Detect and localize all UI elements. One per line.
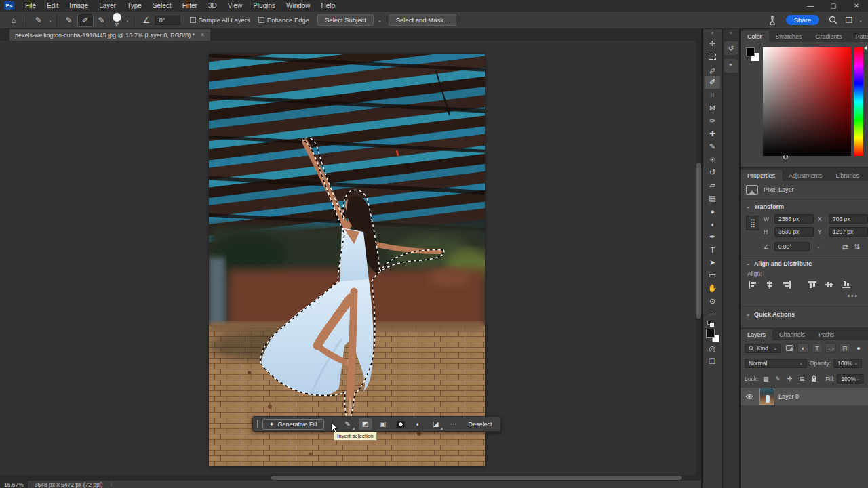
flip-vertical-icon[interactable]: ⇅ bbox=[854, 243, 860, 251]
workspace-switcher-icon[interactable]: ❒ bbox=[841, 14, 857, 27]
fill-selection-icon[interactable]: ◪◢ bbox=[429, 418, 443, 430]
layer-filter-toggle[interactable]: ● bbox=[853, 343, 864, 353]
lock-transparent-pixels-icon[interactable]: ▦ bbox=[761, 373, 770, 384]
width-input[interactable]: 2386 px bbox=[774, 214, 814, 224]
color-panel-swatches[interactable] bbox=[746, 47, 760, 61]
horizontal-scrollbar-thumb[interactable] bbox=[271, 476, 682, 480]
align-section-header[interactable]: ⌄ Align and Distribute bbox=[741, 256, 868, 270]
workspace-chevron-icon[interactable]: ⌄ bbox=[859, 18, 863, 23]
taskbar-more-icon[interactable]: ⋯ bbox=[447, 418, 460, 430]
align-left-icon[interactable] bbox=[747, 280, 758, 289]
layer-row[interactable]: Layer 0 bbox=[741, 388, 868, 405]
select-and-mask-button[interactable]: Select and Mask... bbox=[389, 14, 456, 26]
tab-color[interactable]: Color bbox=[741, 31, 769, 42]
tab-layers[interactable]: Layers bbox=[741, 329, 772, 340]
x-input[interactable]: 706 px bbox=[829, 214, 868, 224]
saturation-brightness-field[interactable] bbox=[763, 47, 851, 156]
marquee-tool[interactable] bbox=[705, 50, 720, 63]
history-brush-tool[interactable]: ↺ bbox=[705, 166, 720, 179]
tab-adjustments[interactable]: Adjustments bbox=[782, 170, 829, 181]
comments-panel-icon[interactable]: ❞ bbox=[724, 59, 738, 73]
vertical-scrollbar-thumb[interactable] bbox=[696, 163, 701, 319]
lock-position-icon[interactable]: ✛ bbox=[785, 373, 795, 384]
quick-actions-header[interactable]: ⌄ Quick Actions bbox=[741, 307, 868, 321]
opacity-input[interactable]: 100% ⌄ bbox=[833, 359, 862, 368]
tab-channels[interactable]: Channels bbox=[772, 329, 812, 340]
tab-paths[interactable]: Paths bbox=[812, 329, 841, 340]
add-selection-mode-icon[interactable]: ✐ bbox=[77, 14, 94, 27]
tab-gradients[interactable]: Gradients bbox=[809, 31, 849, 42]
filter-adjustment-layers-icon[interactable]: ◐ bbox=[797, 343, 808, 353]
frame-tool[interactable]: ⊠ bbox=[705, 102, 720, 115]
align-bottom-icon[interactable] bbox=[841, 280, 852, 289]
vertical-scrollbar[interactable] bbox=[696, 41, 701, 475]
invert-selection-icon[interactable]: ◩ bbox=[359, 418, 372, 430]
menu-type[interactable]: Type bbox=[121, 1, 147, 11]
tab-libraries[interactable]: Libraries bbox=[829, 170, 867, 181]
path-selection-tool[interactable]: ➤ bbox=[705, 256, 720, 269]
horizontal-scrollbar[interactable] bbox=[0, 475, 701, 481]
restore-button[interactable]: ▢ bbox=[822, 0, 845, 12]
align-horizontal-center-icon[interactable] bbox=[764, 280, 775, 289]
filter-shape-layers-icon[interactable]: ▭ bbox=[825, 343, 836, 353]
align-vertical-center-icon[interactable] bbox=[824, 280, 835, 289]
minimize-button[interactable]: — bbox=[799, 0, 822, 12]
align-top-icon[interactable] bbox=[807, 280, 818, 289]
new-selection-mode-icon[interactable]: ✎ bbox=[61, 14, 77, 27]
enhance-edge-checkbox[interactable]: Enhance Edge bbox=[258, 16, 309, 24]
document-tab[interactable]: pexels-wellington-cunha-1918445.jpg @ 16… bbox=[9, 29, 210, 41]
canvas-area[interactable] bbox=[0, 41, 701, 475]
quick-mask-button[interactable]: ◎ bbox=[705, 342, 720, 355]
menu-layer[interactable]: Layer bbox=[94, 1, 121, 11]
hand-tool[interactable]: ✋ bbox=[705, 282, 720, 295]
align-right-icon[interactable] bbox=[781, 280, 792, 289]
adjustment-icon[interactable]: ◐ bbox=[412, 418, 425, 430]
fill-input[interactable]: 100% ⌄ bbox=[837, 374, 864, 384]
tool-preset-icon[interactable]: ✎ bbox=[31, 14, 47, 27]
sample-all-layers-checkbox[interactable]: Sample All Layers bbox=[190, 16, 250, 24]
brush-size-chevron-icon[interactable]: ⌄ bbox=[125, 18, 130, 23]
flip-horizontal-icon[interactable]: ⇄ bbox=[842, 243, 848, 251]
y-input[interactable]: 1207 px bbox=[829, 227, 868, 237]
pen-tool[interactable]: ✒ bbox=[705, 230, 720, 243]
selection-brush-tool[interactable]: ✐ bbox=[705, 76, 720, 89]
menu-file[interactable]: File bbox=[20, 1, 41, 11]
reference-point-icon[interactable]: ⣿ bbox=[746, 216, 760, 230]
eraser-tool[interactable]: ▱ bbox=[705, 179, 720, 192]
eyedropper-tool[interactable]: ✑ bbox=[705, 115, 720, 127]
hue-marker[interactable] bbox=[864, 46, 867, 50]
generative-fill-button[interactable]: ✦ Generative Fill bbox=[262, 419, 324, 430]
layer-visibility-toggle[interactable] bbox=[743, 394, 755, 399]
transform-section-header[interactable]: ⌄ Transform bbox=[741, 199, 868, 213]
filter-smart-objects-icon[interactable]: ⊡ bbox=[839, 343, 850, 353]
select-subject-button[interactable]: Select Subject bbox=[317, 14, 374, 26]
brush-size-picker[interactable]: 30 bbox=[113, 13, 121, 27]
lock-artboard-icon[interactable]: ⊞ bbox=[797, 373, 807, 384]
foreground-color-swatch[interactable] bbox=[746, 47, 755, 56]
menu-3d[interactable]: 3D bbox=[203, 1, 222, 11]
lock-all-icon[interactable] bbox=[809, 373, 818, 384]
filter-pixel-layers-icon[interactable] bbox=[784, 343, 795, 353]
blur-tool[interactable]: ● bbox=[705, 205, 720, 218]
rectangle-tool[interactable]: ▭ bbox=[705, 269, 720, 282]
edit-toolbar-icon[interactable]: ⋯ bbox=[705, 308, 720, 321]
align-more-icon[interactable]: ••• bbox=[741, 292, 868, 302]
foreground-background-swatches[interactable] bbox=[706, 329, 719, 342]
home-icon[interactable]: ⌂ bbox=[5, 14, 22, 27]
type-tool[interactable]: T bbox=[705, 243, 720, 256]
tab-patterns[interactable]: Patterns bbox=[849, 31, 868, 42]
default-colors-icon[interactable] bbox=[706, 321, 719, 327]
menu-help[interactable]: Help bbox=[316, 1, 341, 11]
share-button[interactable]: Share bbox=[786, 15, 819, 25]
gradient-tool[interactable]: ▤ bbox=[705, 192, 720, 205]
deselect-button[interactable]: Deselect bbox=[465, 421, 496, 428]
transform-selection-icon[interactable]: ▣ bbox=[376, 418, 390, 430]
lasso-tool[interactable]: ℘ bbox=[705, 63, 720, 76]
close-button[interactable]: ✕ bbox=[845, 0, 868, 12]
tool-preset-chevron-icon[interactable]: ⌄ bbox=[48, 18, 52, 23]
tab-swatches[interactable]: Swatches bbox=[769, 31, 809, 42]
menu-view[interactable]: View bbox=[222, 1, 248, 11]
blend-mode-select[interactable]: Normal ⌄ bbox=[745, 359, 807, 368]
menu-window[interactable]: Window bbox=[281, 1, 316, 11]
clone-stamp-tool[interactable]: ⍟ bbox=[705, 153, 720, 166]
